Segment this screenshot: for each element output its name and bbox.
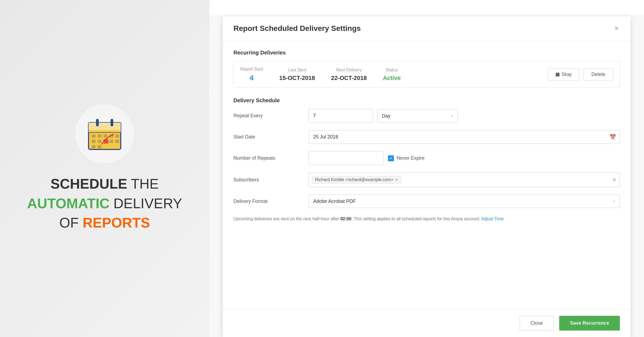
- status-col: Status Active: [383, 68, 401, 82]
- svg-rect-11: [92, 140, 96, 143]
- subscribers-controls: Richard Kimble <richard@example.com> ✕ ✕: [309, 173, 620, 187]
- delivery-format-row: Delivery Format Adobe Acrobat PDF Excel …: [233, 195, 620, 208]
- recurring-deliveries-table: Report Sent 4 Last Sent 15-OCT-2018 Next…: [233, 61, 620, 88]
- tagline-line3: OF REPORTS: [27, 213, 182, 233]
- report-sent-value: 4: [250, 74, 253, 82]
- next-delivery-value: 22-OCT-2018: [331, 75, 367, 82]
- start-date-label: Start Date: [233, 134, 303, 140]
- svg-rect-3: [89, 123, 121, 130]
- modal-close-button[interactable]: ×: [613, 24, 620, 33]
- next-delivery-label: Next Delivery: [336, 68, 362, 72]
- svg-rect-16: [92, 145, 96, 148]
- right-panel: Report Scheduled Delivery Settings × Rec…: [209, 0, 644, 337]
- report-sent-label: Report Sent: [240, 67, 263, 72]
- close-button[interactable]: Close: [519, 316, 554, 331]
- delete-button[interactable]: Delete: [584, 68, 613, 81]
- left-panel: SCHEDULE THE AUTOMATIC DELIVERY OF REPOR…: [0, 0, 209, 337]
- save-recurrence-button[interactable]: Save Recurrence: [559, 316, 620, 331]
- footer-note: Upcoming deliveries are sent on the next…: [233, 215, 620, 228]
- svg-rect-4: [96, 119, 99, 126]
- footer-time-bold: 02:00: [340, 217, 351, 221]
- start-date-input[interactable]: [309, 130, 620, 144]
- never-expire-checkbox[interactable]: [388, 155, 394, 161]
- subscriber-tag-text: Richard Kimble <richard@example.com>: [315, 177, 393, 182]
- last-sent-label: Last Sent: [288, 68, 306, 72]
- number-of-repeats-row: Number of Repeats Never Expire: [233, 151, 620, 165]
- svg-rect-12: [98, 140, 101, 143]
- repeat-every-label: Repeat Every: [233, 113, 303, 119]
- delivery-format-label: Delivery Format: [233, 199, 303, 204]
- last-sent-col: Last Sent 15-OCT-2018: [279, 68, 315, 82]
- number-of-repeats-label: Number of Repeats: [233, 155, 303, 161]
- stop-icon: [556, 73, 559, 76]
- recurring-deliveries-title: Recurring Deliveries: [233, 50, 620, 56]
- table-actions: Stop Delete: [548, 68, 613, 81]
- svg-rect-17: [98, 145, 101, 148]
- stop-button[interactable]: Stop: [548, 68, 579, 81]
- report-sent-col: Report Sent 4: [240, 67, 263, 82]
- modal-title: Report Scheduled Delivery Settings: [233, 24, 361, 33]
- subscribers-tag-input[interactable]: Richard Kimble <richard@example.com> ✕ ✕: [309, 173, 620, 187]
- modal-body: Recurring Deliveries Report Sent 4 Last …: [223, 41, 631, 309]
- next-delivery-col: Next Delivery 22-OCT-2018: [331, 68, 367, 82]
- subscribers-row: Subscribers Richard Kimble <richard@exam…: [233, 173, 620, 187]
- start-date-controls: 📅: [309, 130, 620, 144]
- subscriber-tag-remove[interactable]: ✕: [395, 178, 398, 182]
- status-label: Status: [386, 68, 398, 72]
- svg-rect-6: [92, 134, 96, 138]
- svg-rect-7: [98, 134, 101, 138]
- adjust-time-link[interactable]: Adjust Time: [481, 217, 504, 221]
- subscribers-clear-all[interactable]: ✕: [612, 177, 616, 183]
- svg-rect-10: [115, 134, 119, 138]
- svg-rect-5: [111, 119, 113, 126]
- start-date-row: Start Date 📅: [233, 130, 620, 144]
- modal-header: Report Scheduled Delivery Settings ×: [223, 16, 631, 41]
- repeat-unit-select[interactable]: Day Week Month: [377, 109, 458, 123]
- svg-rect-14: [109, 140, 113, 143]
- subscriber-tag: Richard Kimble <richard@example.com> ✕: [312, 176, 401, 184]
- status-value: Active: [383, 75, 401, 82]
- tagline: SCHEDULE THE AUTOMATIC DELIVERY OF REPOR…: [27, 174, 182, 233]
- repeat-every-controls: Day Week Month: [309, 109, 620, 123]
- modal-footer: Close Save Recurrence: [223, 309, 631, 337]
- date-input-wrapper: 📅: [309, 130, 620, 144]
- calendar-icon: [86, 115, 123, 153]
- svg-rect-15: [115, 140, 119, 143]
- number-of-repeats-controls: Never Expire: [309, 151, 620, 165]
- never-expire-label: Never Expire: [388, 155, 425, 161]
- tagline-line1: SCHEDULE THE: [27, 174, 182, 194]
- tagline-line2: AUTOMATIC DELIVERY: [27, 194, 182, 213]
- modal-dialog: Report Scheduled Delivery Settings × Rec…: [223, 16, 631, 337]
- calendar-icon-wrapper: [75, 104, 134, 163]
- delivery-format-select[interactable]: Adobe Acrobat PDF Excel CSV: [309, 195, 620, 208]
- top-bar: [209, 0, 644, 16]
- delivery-schedule-title: Delivery Schedule: [233, 97, 620, 104]
- subscribers-label: Subscribers: [233, 177, 303, 183]
- repeat-every-input[interactable]: [309, 109, 373, 123]
- repeat-every-row: Repeat Every Day Week Month: [233, 109, 620, 123]
- number-of-repeats-input[interactable]: [309, 151, 384, 165]
- delivery-format-controls: Adobe Acrobat PDF Excel CSV: [309, 195, 620, 208]
- svg-rect-8: [104, 134, 107, 138]
- calendar-picker-icon[interactable]: 📅: [609, 134, 616, 140]
- last-sent-value: 15-OCT-2018: [279, 75, 315, 82]
